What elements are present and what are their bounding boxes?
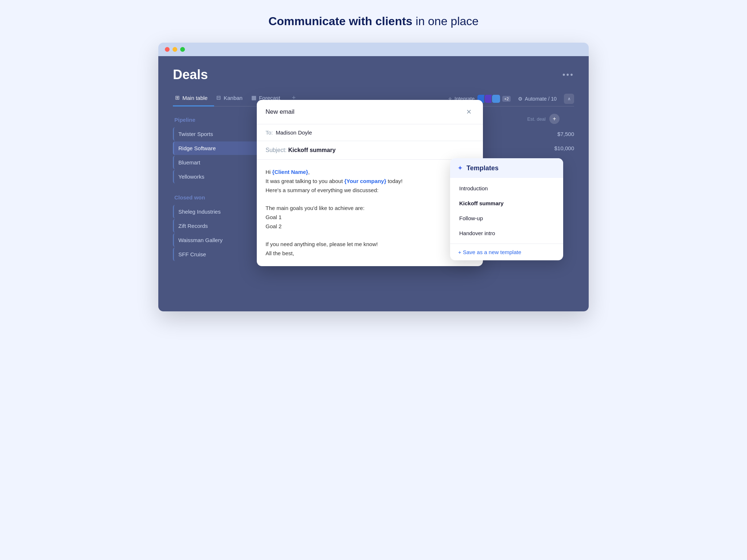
est-deal-header: Est. deal +	[527, 114, 560, 124]
sidebar-item-sheleg[interactable]: Sheleg Industries	[173, 205, 268, 218]
body-intro: It was great talking to you about {Your …	[266, 177, 474, 186]
forecast-icon: ▦	[251, 94, 256, 101]
template-item-introduction[interactable]: Introduction	[450, 181, 563, 196]
page-title: Communicate with clients in one place	[268, 15, 479, 28]
templates-header: ✦ Templates	[450, 158, 563, 178]
deal-value-1: $7,500	[554, 127, 574, 141]
more-options-icon[interactable]: •••	[562, 70, 574, 79]
dot-yellow[interactable]	[173, 47, 177, 52]
deal-value-2: $10,000	[554, 141, 574, 155]
template-item-kickoff[interactable]: Kickoff summary	[450, 196, 563, 211]
kanban-icon: ⊟	[216, 94, 221, 101]
modal-to-field: To: Madison Doyle	[257, 124, 483, 141]
left-panel: Pipeline Twister Sports Ridge Software B…	[173, 117, 268, 272]
deal-values: $7,500 $10,000	[554, 127, 574, 155]
body-goals-intro: The main goals you'd like to achieve are…	[266, 204, 474, 213]
tab-main-table[interactable]: ⊞ Main table	[173, 92, 214, 106]
body-goal-1: Goal 1	[266, 213, 474, 222]
subject-value: Kickoff summary	[288, 147, 336, 153]
browser-titlebar	[158, 43, 589, 56]
integrate-badge: +2	[502, 96, 511, 102]
app-header: Deals •••	[173, 67, 574, 82]
sidebar-item-bluemart[interactable]: Bluemart	[173, 156, 268, 169]
sidebar-item-zift[interactable]: Zift Records	[173, 219, 268, 233]
dot-green[interactable]	[180, 47, 185, 52]
save-as-new-template-button[interactable]: + Save as a new template	[458, 249, 555, 255]
template-item-handover[interactable]: Handover intro	[450, 226, 563, 241]
sidebar-item-yelloworks[interactable]: Yelloworks	[173, 170, 268, 183]
chevron-up-icon: ∧	[568, 96, 571, 101]
add-column-button[interactable]: +	[549, 114, 560, 124]
placeholder-company: {Your company}	[344, 178, 386, 184]
to-label: To:	[266, 129, 273, 136]
sidebar-item-waissman[interactable]: Waissman Gallery	[173, 233, 268, 247]
body-closing-1: If you need anything else, please let me…	[266, 240, 474, 249]
placeholder-client-name: {Client Name}	[272, 169, 308, 175]
templates-title: Templates	[467, 164, 499, 172]
templates-footer: + Save as a new template	[450, 244, 563, 260]
closed-won-label: Closed won	[173, 194, 268, 201]
main-table-icon: ⊞	[175, 94, 180, 101]
app-body: Deals ••• ⊞ Main table ⊟ Kanban ▦ Foreca…	[158, 56, 589, 311]
templates-star-icon: ✦	[457, 164, 463, 172]
body-summary-intro: Here's a summary of everything we discus…	[266, 186, 474, 195]
templates-panel: ✦ Templates Introduction Kickoff summary…	[450, 158, 563, 260]
body-greeting: Hi {Client Name},	[266, 168, 474, 177]
templates-list: Introduction Kickoff summary Follow-up H…	[450, 178, 563, 244]
close-modal-button[interactable]: ✕	[463, 106, 474, 117]
dot-red[interactable]	[165, 47, 170, 52]
collapse-button[interactable]: ∧	[564, 94, 574, 104]
email-modal: New email ✕ To: Madison Doyle Subject: K…	[257, 100, 483, 266]
modal-header: New email ✕	[257, 100, 483, 124]
pipeline-section: Pipeline Twister Sports Ridge Software B…	[173, 117, 268, 183]
body-closing-2: All the best,	[266, 249, 474, 258]
body-goal-2: Goal 2	[266, 222, 474, 231]
avatar-3	[491, 94, 501, 104]
to-value: Madison Doyle	[276, 129, 312, 136]
sidebar-item-ridge-software[interactable]: Ridge Software	[173, 141, 268, 155]
est-deal-label: Est. deal	[527, 116, 546, 122]
modal-subject-field: Subject: Kickoff summary	[257, 141, 483, 160]
modal-title: New email	[266, 108, 294, 116]
automate-icon: ⚙	[518, 96, 523, 102]
tab-kanban[interactable]: ⊟ Kanban	[214, 92, 249, 106]
automate-button[interactable]: ⚙ Automate / 10	[518, 96, 557, 102]
app-title: Deals	[173, 67, 208, 82]
browser-window: Deals ••• ⊞ Main table ⊟ Kanban ▦ Foreca…	[158, 43, 589, 311]
sidebar-item-twister-sports[interactable]: Twister Sports	[173, 127, 268, 141]
closed-won-section: Closed won Sheleg Industries Zift Record…	[173, 194, 268, 261]
sidebar-item-sff[interactable]: SFF Cruise	[173, 248, 268, 261]
template-item-followup[interactable]: Follow-up	[450, 211, 563, 226]
modal-body[interactable]: Hi {Client Name}, It was great talking t…	[257, 160, 483, 266]
subject-label: Subject:	[266, 147, 288, 153]
pipeline-label: Pipeline	[173, 117, 268, 123]
